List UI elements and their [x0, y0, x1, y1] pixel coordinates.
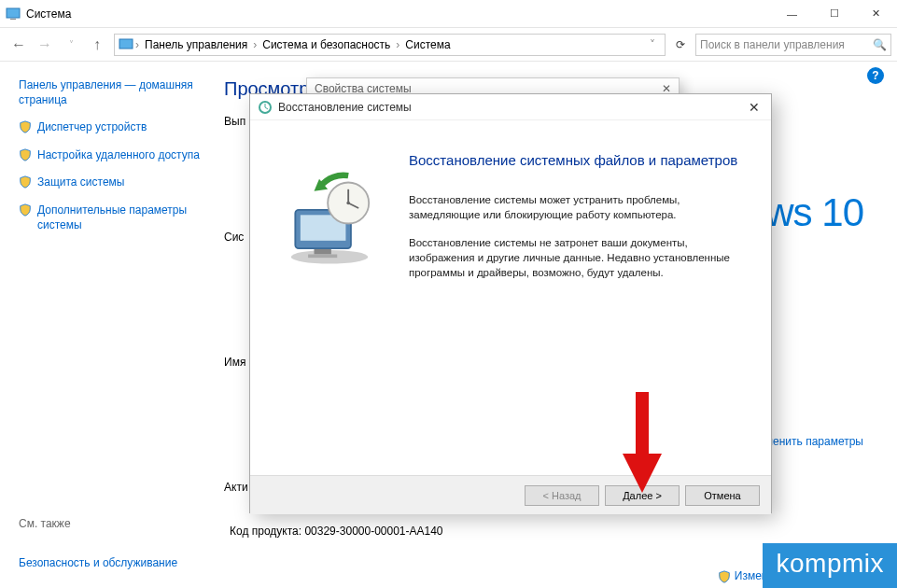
dialog-paragraph-1: Восстановление системы может устранить п…	[409, 192, 743, 222]
svg-rect-0	[7, 8, 20, 18]
system-icon	[6, 7, 21, 21]
recent-dropdown[interactable]: ˅	[58, 32, 84, 58]
minimize-button[interactable]: —	[771, 0, 813, 28]
sidebar-home[interactable]: Панель управления — домашняя страница	[19, 78, 207, 107]
back-button[interactable]: ←	[6, 32, 32, 58]
shield-icon	[19, 148, 32, 161]
dialog-body: Восстановление системных файлов и параме…	[250, 120, 771, 475]
sidebar-system-protection[interactable]: Защита системы	[19, 175, 207, 190]
dialog-button-row: < Назад Далее > Отмена	[250, 475, 771, 514]
see-also-label: См. также	[19, 517, 71, 530]
product-key-value: 00329-30000-00001-AA140	[304, 525, 442, 538]
svg-rect-7	[315, 249, 331, 255]
crumb-sep-icon: ›	[133, 38, 141, 51]
close-button[interactable]: ✕	[855, 0, 897, 28]
search-icon: 🔍	[873, 38, 887, 51]
dialog-image-panel	[250, 120, 409, 475]
dialog-content: Восстановление системных файлов и параме…	[409, 120, 771, 475]
crumb-sep-icon: ›	[394, 38, 401, 51]
shield-icon	[19, 175, 32, 189]
system-restore-dialog: Восстановление системы ✕ Восстановление …	[249, 93, 772, 513]
dialog-titlebar: Восстановление системы ✕	[250, 94, 771, 120]
dialog-paragraph-2: Восстановление системы не затронет ваши …	[409, 235, 743, 280]
sidebar-item-label: Дополнительные параметры системы	[37, 203, 207, 232]
search-placeholder: Поиск в панели управления	[700, 38, 845, 51]
restore-illustration	[278, 167, 381, 270]
window-titlebar: Система — ☐ ✕	[0, 0, 897, 28]
svg-rect-2	[119, 39, 133, 49]
shield-icon	[19, 120, 32, 133]
sidebar-device-manager[interactable]: Диспетчер устройств	[19, 120, 207, 135]
next-button[interactable]: Далее >	[605, 485, 680, 506]
cancel-button[interactable]: Отмена	[685, 485, 760, 506]
back-button: < Назад	[525, 485, 599, 506]
sidebar-item-label: Настройка удаленного доступа	[37, 148, 200, 163]
shield-icon	[718, 570, 731, 583]
sidebar-item-label: Диспетчер устройств	[37, 120, 147, 135]
maximize-button[interactable]: ☐	[813, 0, 855, 28]
dialog-heading: Восстановление системных файлов и параме…	[409, 152, 743, 168]
dialog-title: Восстановление системы	[278, 101, 412, 114]
close-icon[interactable]: ✕	[745, 100, 764, 115]
navbar: ← → ˅ ↑ › Панель управления › Система и …	[0, 28, 897, 62]
window-controls: — ☐ ✕	[771, 0, 897, 28]
product-key-label: Код продукта:	[230, 525, 301, 538]
watermark: kompmix	[763, 543, 897, 588]
product-key-row: Код продукта: 00329-30000-00001-AA140	[230, 525, 443, 538]
sidebar-advanced[interactable]: Дополнительные параметры системы	[19, 203, 207, 232]
up-button[interactable]: ↑	[84, 32, 110, 58]
restore-icon	[258, 100, 273, 115]
shield-icon	[19, 203, 32, 217]
breadcrumb-1[interactable]: Панель управления	[141, 38, 251, 51]
sidebar-remote-access[interactable]: Настройка удаленного доступа	[19, 148, 207, 163]
sidebar-item-label: Защита системы	[37, 175, 124, 190]
window-title: Система	[26, 7, 71, 21]
address-dropdown-icon[interactable]: ˅	[644, 38, 661, 51]
monitor-icon	[119, 37, 133, 52]
svg-rect-8	[308, 255, 337, 259]
sidebar: Панель управления — домашняя страница Ди…	[0, 62, 215, 588]
forward-button[interactable]: →	[32, 32, 58, 58]
breadcrumb-2[interactable]: Система и безопасность	[259, 38, 394, 51]
crumb-sep-icon: ›	[251, 38, 259, 51]
address-bar[interactable]: › Панель управления › Система и безопасн…	[114, 34, 666, 56]
refresh-button[interactable]: ⟳	[669, 34, 692, 56]
sidebar-security-link[interactable]: Безопасность и обслуживание	[19, 556, 177, 569]
help-icon[interactable]: ?	[867, 67, 884, 84]
svg-rect-1	[10, 19, 16, 20]
breadcrumb-3[interactable]: Система	[401, 38, 454, 51]
search-input[interactable]: Поиск в панели управления 🔍	[695, 34, 891, 56]
link-label: Безопасность и обслуживание	[19, 556, 177, 569]
